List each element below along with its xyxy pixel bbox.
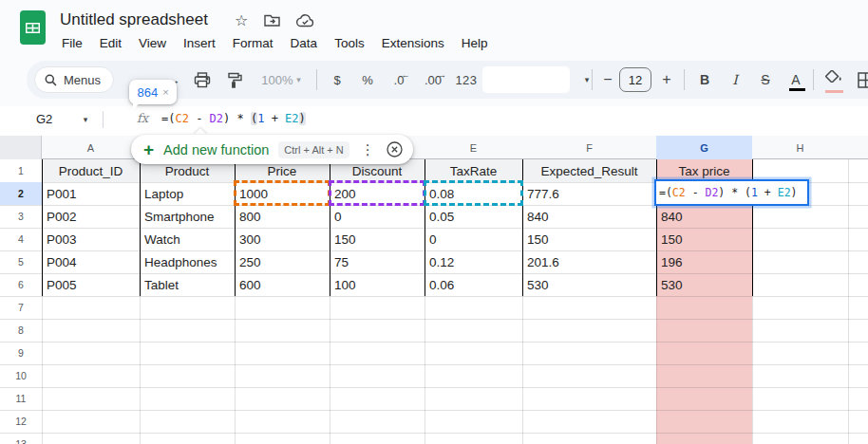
row-header-3[interactable]: 3 [0,205,42,228]
cell-F6[interactable]: 530 [527,273,655,296]
format-currency-button[interactable]: $ [324,61,350,99]
cell-C3[interactable]: 800 [239,205,329,228]
cell-F3[interactable]: 840 [527,205,655,228]
name-box[interactable]: G2 [36,112,52,126]
column-header-A[interactable]: A [42,136,140,159]
cell-C6[interactable]: 600 [239,273,329,296]
column-header-H[interactable]: H [752,136,848,159]
formula-token: + [264,112,285,125]
menu-insert[interactable]: Insert [175,32,224,54]
name-box-caret-icon[interactable]: ▾ [78,106,93,133]
star-icon[interactable]: ☆ [235,11,248,29]
cell-E1[interactable]: TaxRate [425,159,522,182]
cell-F1[interactable]: Expected_Result [522,159,656,182]
strikethrough-button[interactable]: S [752,61,779,99]
cell-F4[interactable]: 150 [527,228,655,250]
document-title[interactable]: Untitled spreadsheet [60,10,208,29]
formula-token: C2 [175,112,188,125]
menu-help[interactable]: Help [453,32,497,54]
cell-B2[interactable]: Laptop [144,182,234,205]
print-button[interactable] [188,61,217,99]
row-header-2[interactable]: 2 [0,182,42,205]
italic-button[interactable]: I [722,61,748,99]
select-all-corner[interactable] [0,136,42,159]
cell-A1[interactable]: Product_ID [42,159,140,182]
cell-A2[interactable]: P001 [47,182,139,205]
cell-B4[interactable]: Watch [144,228,234,250]
dismiss-icon[interactable] [387,141,403,157]
column-header-F[interactable]: F [522,136,656,159]
increase-decimal-button[interactable]: .00→ [417,61,449,99]
column-header-E[interactable]: E [425,136,522,159]
add-function-button[interactable]: Add new function [163,142,269,157]
font-caret-icon[interactable]: ▾ [577,61,596,99]
borders-button[interactable] [851,61,868,99]
text-color-button[interactable]: A [783,61,809,99]
row-header-4[interactable]: 4 [0,228,42,250]
cell-D4[interactable]: 150 [334,228,424,250]
paint-format-button[interactable] [220,61,249,99]
fill-color-button[interactable] [821,61,849,99]
decrease-decimal-button[interactable]: .0← [385,61,413,99]
bold-button[interactable]: B [691,61,718,99]
menu-data[interactable]: Data [282,32,327,54]
sheets-logo-icon[interactable] [20,10,46,45]
cell-E6[interactable]: 0.06 [429,273,521,296]
format-percent-button[interactable]: % [354,61,381,99]
menu-edit[interactable]: Edit [91,32,130,54]
cell-E5[interactable]: 0.12 [429,250,521,273]
menu-format[interactable]: Format [224,32,282,54]
cell-B5[interactable]: Headphones [144,250,234,273]
cell-G5[interactable]: 196 [661,250,751,273]
cell-C4[interactable]: 300 [239,228,329,250]
cell-A6[interactable]: P005 [47,273,139,296]
menus-search-button[interactable]: Menus [34,66,114,93]
menu-extensions[interactable]: Extensions [373,32,453,54]
cell-G3[interactable]: 840 [661,205,751,228]
zoom-select[interactable]: 100% ▾ [255,61,308,99]
decrease-font-size-button[interactable]: − [596,61,619,99]
row-header-11[interactable]: 11 [0,387,42,410]
menu-tools[interactable]: Tools [326,32,373,54]
move-folder-icon[interactable] [264,14,280,28]
formula-input[interactable]: =(C2 - D2) * (1 + E2) [161,112,306,125]
font-size-input[interactable]: 12 [619,67,651,92]
increase-font-size-button[interactable]: + [655,61,678,99]
divider [103,111,104,128]
cell-C5[interactable]: 250 [239,250,329,273]
cell-B3[interactable]: Smartphone [144,205,234,228]
menu-view[interactable]: View [130,32,175,54]
undo-count-chip[interactable]: 864 × [129,80,177,104]
cell-A5[interactable]: P004 [47,250,139,273]
cell-E4[interactable]: 0 [429,228,521,250]
more-formats-button[interactable]: 123 [451,61,481,99]
more-options-icon[interactable]: ⋮ [359,141,377,158]
cell-G6[interactable]: 530 [661,273,751,296]
row-header-9[interactable]: 9 [0,342,42,364]
menu-file[interactable]: File [53,32,91,54]
row-header-1[interactable]: 1 [0,159,42,182]
font-family-select[interactable] [482,66,570,93]
cell-D6[interactable]: 100 [334,273,424,296]
row-header-13[interactable]: 13 [0,433,42,444]
active-cell-editor[interactable]: =(C2 - D2) * (1 + E2) [654,179,809,206]
cell-D5[interactable]: 75 [334,250,424,273]
cell-B6[interactable]: Tablet [144,273,234,296]
cell-A4[interactable]: P003 [47,228,139,250]
cell-D3[interactable]: 0 [334,205,424,228]
row-header-12[interactable]: 12 [0,410,42,433]
row-header-7[interactable]: 7 [0,296,42,319]
formula-token: - [686,186,706,199]
formula-token: C2 [672,186,686,199]
row-header-10[interactable]: 10 [0,364,42,387]
column-header-G[interactable]: G [656,136,752,159]
cell-F5[interactable]: 201.6 [527,250,655,273]
cell-E3[interactable]: 0.05 [429,205,521,228]
cell-F2[interactable]: 777.6 [527,182,655,205]
cell-A3[interactable]: P002 [47,205,139,228]
cell-G4[interactable]: 150 [661,228,751,250]
cloud-check-icon[interactable] [296,14,314,28]
row-header-6[interactable]: 6 [0,273,42,296]
row-header-8[interactable]: 8 [0,319,42,342]
row-header-5[interactable]: 5 [0,250,42,273]
